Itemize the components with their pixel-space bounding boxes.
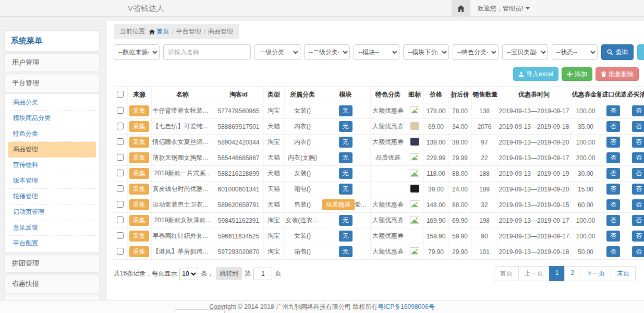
filter-select-宝贝类型[interactable]: --宝贝类型-- [502, 44, 548, 60]
row-checkbox[interactable] [117, 170, 124, 176]
filter-select-模块[interactable]: --模块-- [354, 44, 399, 60]
jump-button[interactable]: 跳转到 [216, 267, 242, 280]
must-buy-toggle[interactable]: 否 [632, 199, 644, 210]
sidebar-item-省惠快报[interactable]: 省惠快报 [4, 274, 100, 293]
taoke-id: 596611634525 [214, 228, 263, 244]
coupon-amount: 100.00 [570, 103, 601, 119]
name-search-input[interactable] [163, 44, 251, 60]
icon-cell [406, 197, 423, 213]
import-pick-toggle[interactable]: 否 [606, 105, 620, 116]
filter-select-特色分类[interactable]: --特色分类-- [453, 44, 499, 60]
select-all-checkbox[interactable] [117, 91, 124, 98]
table-header: 来源名称淘客id类型所属分类模块特色分类图标价格折后价销售数量优惠券时间优惠券金… [114, 87, 644, 103]
row-checkbox[interactable] [117, 216, 124, 223]
filter-select-数据来源[interactable]: --数据来源-- [114, 44, 160, 60]
import-pick-toggle[interactable]: 否 [606, 231, 620, 242]
must-buy-toggle[interactable]: 否 [632, 152, 644, 163]
sidebar-subitem-模块商品分类[interactable]: 模块商品分类 [8, 111, 96, 126]
row-select-cell [114, 197, 127, 213]
row-select-cell [114, 166, 127, 182]
sidebar-subitem-特色分类[interactable]: 特色分类 [8, 126, 96, 142]
import-pick-toggle[interactable]: 否 [606, 184, 620, 195]
must-buy-toggle[interactable]: 否 [632, 137, 644, 148]
product-category: 女装() [284, 166, 321, 182]
user-menu[interactable]: 欢迎您，管理员! [478, 0, 530, 17]
sidebar-item-平台管理[interactable]: 平台管理 [4, 74, 100, 92]
sidebar-subitem-平台配置[interactable]: 平台配置 [8, 236, 96, 251]
icp-link[interactable]: 粤ICP备16098006号 [378, 303, 434, 311]
page-button-上一页[interactable]: 上一页 [518, 266, 550, 281]
sidebar-subitem-启动页管理[interactable]: 启动页管理 [8, 204, 96, 220]
home-button[interactable] [452, 0, 470, 17]
column-header-模块: 模块 [321, 87, 370, 103]
module-cell: 无 [321, 119, 370, 135]
row-checkbox[interactable] [117, 138, 124, 145]
import-pick-toggle[interactable]: 否 [606, 246, 620, 257]
page-button-首页[interactable]: 首页 [494, 266, 519, 281]
breadcrumb-home-link[interactable]: 首页 [149, 27, 169, 36]
import-excel-button[interactable]: 导入excel [513, 67, 558, 81]
sidebar-item-拼团管理[interactable]: 拼团管理 [4, 254, 100, 273]
row-checkbox[interactable] [117, 154, 124, 161]
sidebar-subitem-商品管理[interactable]: 商品管理 [8, 142, 96, 158]
import-pick-toggle[interactable]: 否 [606, 215, 620, 226]
import-pick-toggle[interactable]: 否 [606, 121, 620, 132]
batch-delete-button[interactable]: 批量删除 [596, 67, 639, 81]
must-buy-toggle[interactable]: 否 [632, 215, 644, 226]
sidebar-subitem-商品分类[interactable]: 商品分类 [8, 95, 96, 111]
page-button-下一页[interactable]: 下一页 [580, 266, 611, 281]
per-page-select[interactable]: 10 [179, 268, 198, 280]
must-buy-toggle[interactable]: 否 [632, 121, 644, 132]
icon-cell [406, 244, 423, 260]
filter-select-二级分类[interactable]: --二级分类-- [304, 44, 350, 60]
row-checkbox[interactable] [117, 248, 124, 255]
add-button[interactable]: 添加 [562, 67, 592, 81]
must-buy-toggle[interactable]: 否 [632, 168, 644, 179]
page-button-2[interactable]: 2 [564, 266, 580, 281]
reset-button[interactable]: 重置 [637, 44, 644, 60]
import-pick-toggle[interactable]: 否 [606, 137, 620, 148]
module-badge: 无 [339, 152, 353, 163]
sidebar-subitem-版本管理[interactable]: 版本管理 [8, 173, 96, 189]
breadcrumb-separator: / [204, 28, 205, 35]
broken-image-icon [410, 169, 419, 177]
page-number-input[interactable] [253, 268, 272, 280]
sales-count: 90 [471, 228, 497, 244]
sidebar-subitem-宣传物料[interactable]: 宣传物料 [8, 158, 96, 173]
filter-select-模块下分类[interactable]: --模块下分类-- [403, 44, 449, 60]
taoke-id: 589620659791 [214, 197, 263, 213]
sidebar-subitem-轮播管理[interactable]: 轮播管理 [8, 189, 96, 204]
coupon-amount: 200.00 [570, 150, 601, 166]
product-thumbnail [410, 122, 419, 130]
import-pick-toggle[interactable]: 否 [606, 168, 620, 179]
table-row: 采集2019新款女秋薄款...598451162391淘宝女装(连衣裙)无大额优… [114, 213, 644, 228]
page-button-末页[interactable]: 末页 [611, 266, 636, 281]
row-checkbox[interactable] [117, 185, 124, 192]
row-checkbox[interactable] [117, 201, 124, 208]
column-header-销售数量: 销售数量 [471, 87, 497, 103]
discount-price: 29.90 [448, 244, 471, 260]
must-buy-toggle[interactable]: 否 [632, 184, 644, 195]
row-checkbox[interactable] [117, 232, 124, 239]
filter-select-状态[interactable]: --状态-- [552, 44, 598, 60]
import-pick-toggle[interactable]: 否 [606, 199, 620, 210]
row-select-cell [114, 135, 127, 150]
sidebar-item-用户管理[interactable]: 用户管理 [4, 53, 100, 72]
must-buy-toggle[interactable]: 否 [632, 105, 644, 116]
row-checkbox[interactable] [117, 107, 124, 114]
import-pick-toggle[interactable]: 否 [606, 152, 620, 163]
table-row: 采集【七色纺】可爱纯棉家...588869917501天猫内衣()无大额优惠券6… [114, 119, 644, 135]
sidebar-heading: 系统菜单 [4, 30, 100, 52]
row-checkbox[interactable] [117, 123, 124, 129]
page-button-1[interactable]: 1 [549, 266, 565, 281]
product-name: 情侣睡衣女夏丝绸男士... [151, 135, 214, 150]
must-buy-toggle[interactable]: 否 [632, 246, 644, 257]
sidebar-subitem-意见反馈[interactable]: 意见反馈 [8, 220, 96, 236]
filter-select-一级分类[interactable]: 一级分类 [254, 44, 300, 60]
query-button[interactable]: 查询 [601, 44, 634, 60]
product-category: 箱包() [284, 244, 321, 260]
sales-count: 32 [471, 197, 497, 213]
app-title: V省钱达人 [128, 0, 164, 17]
taoke-id: 597293020870 [214, 244, 263, 260]
must-buy-toggle[interactable]: 否 [632, 231, 644, 242]
